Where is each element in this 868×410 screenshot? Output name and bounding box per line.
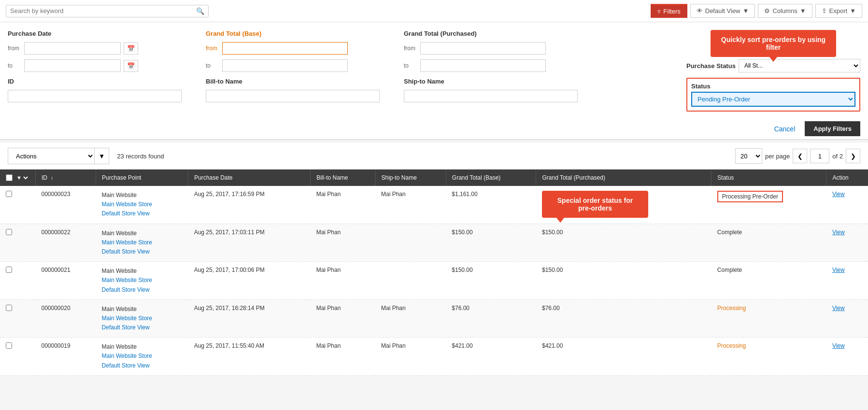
per-page-select[interactable]: 20 50 100: [735, 148, 762, 164]
status-filter-box: Status Pending Pre-Order Processing Pre-…: [686, 78, 860, 112]
cell-grand-purchased: $150.00: [536, 262, 711, 300]
cell-grand-base: $76.00: [446, 299, 536, 338]
cell-bill-to: Mai Phan: [311, 224, 375, 262]
col-grand-purchased[interactable]: Grand Total (Purchased): [536, 170, 711, 186]
view-link[interactable]: View: [832, 342, 845, 349]
right-filter-section: Quickly sort pre-orders by using filter …: [686, 30, 860, 72]
records-bar: Actions ▼ 23 records found 20 50 100 per…: [0, 143, 868, 170]
gear-icon: ⚙: [764, 7, 770, 14]
apply-filters-button[interactable]: Apply Filters: [805, 121, 860, 136]
shipto-filter: Ship-to Name: [404, 74, 587, 102]
cell-grand-purchased: Special order status forpre-orders: [536, 186, 711, 224]
purchase-date-from-input[interactable]: [24, 42, 121, 55]
grand-purchased-to-input[interactable]: [420, 59, 546, 72]
purchase-date-from-row: from 📅: [8, 42, 191, 55]
view-link[interactable]: View: [832, 305, 845, 311]
grand-base-from-label: from: [206, 45, 219, 52]
billto-label: Bill-to Name: [206, 78, 389, 85]
cancel-button[interactable]: Cancel: [769, 122, 800, 136]
row-checkbox[interactable]: [6, 229, 12, 235]
status-filter-container: Status Pending Pre-Order Processing Pre-…: [686, 74, 860, 112]
search-box[interactable]: 🔍: [6, 5, 209, 17]
cell-id: 000000022: [36, 224, 96, 262]
view-link[interactable]: View: [832, 229, 845, 236]
id-input[interactable]: [8, 90, 182, 102]
tooltip-status: Special order status forpre-orders: [542, 191, 648, 218]
table-row: 000000023 Main Website Main Website Stor…: [0, 186, 868, 224]
billto-input[interactable]: [206, 90, 380, 102]
export-label: Export: [829, 7, 848, 14]
cell-purchase-point: Main Website Main Website Store Default …: [96, 262, 188, 300]
actions-select[interactable]: Actions: [8, 148, 95, 164]
id-filter: ID: [8, 74, 191, 102]
filter-top-row: Purchase Date from 📅 to 📅 Grand Total (B…: [0, 22, 868, 74]
columns-button[interactable]: ⚙ Columns ▼: [758, 4, 812, 18]
filters-button[interactable]: ▿ Filters: [651, 4, 687, 18]
grand-purchased-from-input[interactable]: [420, 42, 546, 55]
col-id[interactable]: ID ↕: [36, 170, 96, 186]
filter-section: Purchase Date from 📅 to 📅 Grand Total (B…: [0, 22, 868, 140]
bulk-action-select[interactable]: ▼: [14, 174, 29, 181]
cell-id: 000000019: [36, 338, 96, 376]
purchase-status-select[interactable]: All St... Pending Pre-Order Processing P…: [739, 59, 860, 72]
grand-purchased-from-label: from: [404, 45, 417, 52]
grand-total-base-label: Grand Total (Base): [206, 30, 389, 37]
next-page-btn[interactable]: ❯: [846, 149, 860, 163]
row-checkbox[interactable]: [6, 305, 12, 311]
grand-base-to-input[interactable]: [222, 59, 348, 72]
table-row: 000000020 Main Website Main Website Stor…: [0, 299, 868, 338]
col-purchase-point[interactable]: Purchase Point: [96, 170, 188, 186]
cell-bill-to: Mai Phan: [311, 262, 375, 300]
cell-id: 000000020: [36, 299, 96, 338]
row-checkbox[interactable]: [6, 342, 12, 349]
export-button[interactable]: ⇧ Export ▼: [815, 4, 862, 18]
col-action: Action: [826, 170, 868, 186]
per-page-label: per page: [765, 153, 790, 160]
to-label: to: [8, 62, 21, 69]
search-input[interactable]: [10, 7, 196, 14]
grand-purchased-to-row: to: [404, 59, 587, 72]
cell-id: 000000021: [36, 262, 96, 300]
status-select[interactable]: Pending Pre-Order Processing Pre-Order C…: [691, 92, 855, 107]
purchase-date-to-calendar[interactable]: 📅: [124, 60, 138, 72]
cell-grand-purchased: $76.00: [536, 299, 711, 338]
grand-base-to-row: to: [206, 59, 389, 72]
row-checkbox[interactable]: [6, 191, 12, 197]
chevron-down-icon3: ▼: [850, 7, 856, 14]
col-bill-to[interactable]: Bill-to Name: [311, 170, 375, 186]
filter-actions: Cancel Apply Filters: [0, 116, 868, 139]
columns-label: Columns: [772, 7, 797, 14]
pagination: 20 50 100 per page ❮ of 2 ❯: [735, 148, 860, 164]
shipto-input[interactable]: [404, 90, 578, 102]
id-sort-icon: ↕: [51, 175, 53, 181]
page-input[interactable]: [810, 149, 829, 163]
records-count: 23 records found: [117, 153, 164, 160]
status-complete: Complete: [717, 267, 742, 273]
default-view-button[interactable]: 👁 Default View ▼: [690, 4, 755, 18]
col-grand-base[interactable]: Grand Total (Base): [446, 170, 536, 186]
actions-dropdown-btn[interactable]: ▼: [95, 148, 109, 164]
row-checkbox[interactable]: [6, 267, 12, 273]
cell-action: View: [826, 262, 868, 300]
grand-purchased-to-label: to: [404, 62, 417, 69]
select-all-checkbox[interactable]: [6, 174, 13, 181]
cell-bill-to: Mai Phan: [311, 338, 375, 376]
cell-grand-base: $421.00: [446, 338, 536, 376]
purchase-date-to-row: to 📅: [8, 59, 191, 72]
table-body: 000000023 Main Website Main Website Stor…: [0, 186, 868, 375]
cell-grand-purchased: $150.00: [536, 224, 711, 262]
col-status[interactable]: Status: [711, 170, 826, 186]
top-bar: 🔍 ▿ Filters 👁 Default View ▼ ⚙ Columns ▼…: [0, 0, 868, 22]
cell-bill-to: Mai Phan: [311, 186, 375, 224]
prev-page-btn[interactable]: ❮: [793, 149, 807, 163]
purchase-date-from-calendar[interactable]: 📅: [124, 42, 138, 55]
table-header-row: ▼ ID ↕ Purchase Point Purchase Date Bill…: [0, 170, 868, 186]
view-link[interactable]: View: [832, 191, 845, 198]
cell-action: View: [826, 299, 868, 338]
view-link[interactable]: View: [832, 267, 845, 273]
col-ship-to[interactable]: Ship-to Name: [375, 170, 446, 186]
purchase-date-to-input[interactable]: [24, 59, 121, 72]
grand-base-to-label: to: [206, 62, 219, 69]
col-purchase-date[interactable]: Purchase Date: [188, 170, 311, 186]
grand-base-from-input[interactable]: [222, 42, 348, 55]
